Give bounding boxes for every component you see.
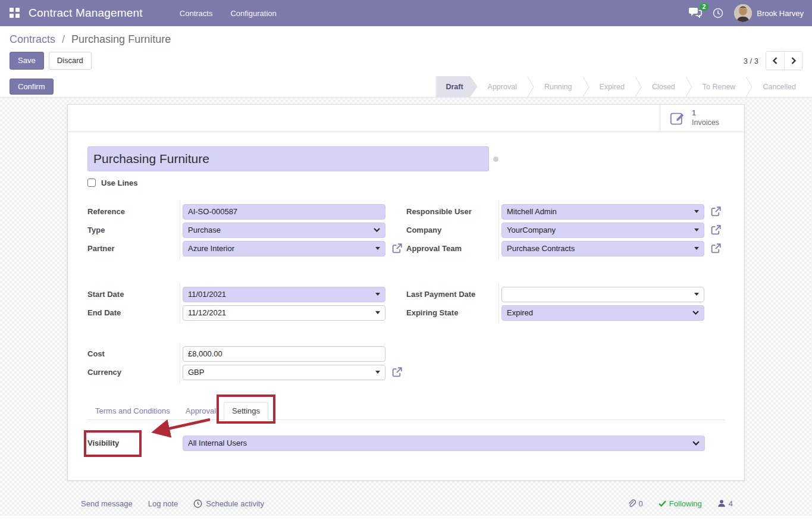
notebook-tabs: Terms and Conditions Approval Settings <box>87 402 725 420</box>
followers-count: 4 <box>729 499 733 508</box>
reference-input[interactable] <box>183 204 385 220</box>
state-to-renew[interactable]: To Renew <box>692 76 746 97</box>
pager-count: 3 / 3 <box>744 57 758 65</box>
log-note-button[interactable]: Log note <box>148 499 178 508</box>
user-avatar <box>734 4 752 22</box>
apps-menu-icon[interactable] <box>10 8 20 18</box>
expiring-state-label: Expiring State <box>406 308 499 317</box>
save-button[interactable]: Save <box>10 52 44 70</box>
start-date-input[interactable]: 11/01/2021 <box>183 287 385 302</box>
tab-approval[interactable]: Approval <box>178 403 224 419</box>
state-separator <box>635 76 642 97</box>
chevron-down-icon <box>374 228 380 232</box>
state-running[interactable]: Running <box>534 76 582 97</box>
pager-next-button[interactable] <box>784 52 802 70</box>
caret-down-icon <box>694 293 699 296</box>
approval-team-label: Approval Team <box>406 244 499 253</box>
visibility-label: Visibility <box>87 439 119 447</box>
end-date-label: End Date <box>87 308 180 317</box>
tab-settings[interactable]: Settings <box>224 402 268 420</box>
state-separator <box>685 76 692 97</box>
end-date-input[interactable]: 11/12/2021 <box>183 305 385 321</box>
approval-team-dropdown[interactable]: Purchase Contracts <box>501 241 704 256</box>
pager <box>766 51 802 70</box>
expiring-state-select[interactable]: Expired <box>501 305 704 321</box>
partner-dropdown[interactable]: Azure Interior <box>183 241 385 256</box>
check-icon <box>659 500 666 507</box>
pager-previous-button[interactable] <box>766 52 784 70</box>
statusbar: Draft Approval Running Expired Closed To… <box>435 76 812 97</box>
control-panel: Contracts / Purchasing Furniture Save Di… <box>0 26 812 76</box>
breadcrumb-current: Purchasing Furniture <box>71 33 171 45</box>
cost-input[interactable] <box>183 346 385 362</box>
state-cancelled[interactable]: Cancelled <box>753 76 806 97</box>
attachments-button[interactable]: 0 <box>627 499 643 508</box>
followers-button[interactable]: 4 <box>717 499 733 508</box>
attachments-count: 0 <box>639 499 643 508</box>
message-count-badge: 2 <box>700 3 709 11</box>
currency-external-link-icon[interactable] <box>392 367 402 377</box>
invoices-count: 1 <box>692 109 719 118</box>
approval-team-external-link-icon[interactable] <box>711 243 721 253</box>
currency-dropdown[interactable]: GBP <box>183 365 385 380</box>
responsible-user-external-link-icon[interactable] <box>711 206 721 217</box>
person-icon <box>717 499 726 508</box>
caret-down-icon <box>375 311 380 314</box>
paperclip-icon <box>627 499 636 508</box>
partner-label: Partner <box>87 244 180 253</box>
caret-down-icon <box>375 247 380 250</box>
state-separator <box>527 76 534 97</box>
send-message-button[interactable]: Send message <box>81 499 133 508</box>
app-title: Contract Management <box>29 7 143 20</box>
breadcrumb: Contracts / Purchasing Furniture <box>10 33 802 46</box>
tab-terms-and-conditions[interactable]: Terms and Conditions <box>87 403 178 419</box>
use-lines-label: Use Lines <box>101 179 137 187</box>
visibility-select[interactable]: All Internal Users <box>183 436 705 451</box>
breadcrumb-contracts-link[interactable]: Contracts <box>10 33 55 45</box>
invoices-stat-button[interactable]: 1 Invoices <box>660 105 744 132</box>
menu-contracts[interactable]: Contracts <box>174 5 219 21</box>
menu-configuration[interactable]: Configuration <box>224 5 282 21</box>
company-dropdown[interactable]: YourCompany <box>501 223 704 238</box>
breadcrumb-separator: / <box>62 33 65 45</box>
invoices-label: Invoices <box>692 118 719 128</box>
caret-down-icon <box>694 210 699 213</box>
state-expired[interactable]: Expired <box>590 76 635 97</box>
chevron-right-icon <box>791 57 797 64</box>
content-area: 1 Invoices Use Lines Reference <box>0 98 812 516</box>
caret-down-icon <box>375 293 380 296</box>
state-draft[interactable]: Draft <box>436 76 477 97</box>
state-closed[interactable]: Closed <box>642 76 685 97</box>
user-name: Brook Harvey <box>757 9 804 18</box>
partner-external-link-icon[interactable] <box>392 243 402 253</box>
schedule-activity-button[interactable]: Schedule activity <box>193 499 264 508</box>
responsible-user-dropdown[interactable]: Mitchell Admin <box>501 204 704 220</box>
last-payment-date-label: Last Payment Date <box>406 290 499 299</box>
company-external-link-icon[interactable] <box>711 225 721 235</box>
main-menu: Contracts Configuration <box>174 5 283 21</box>
state-separator <box>582 76 590 97</box>
statusbar-row: Confirm Draft Approval Running Expired C… <box>0 76 812 98</box>
contract-title-input[interactable] <box>87 146 489 171</box>
user-menu[interactable]: Brook Harvey <box>734 4 804 22</box>
type-label: Type <box>87 226 180 234</box>
following-button[interactable]: Following <box>659 499 702 508</box>
chevron-down-icon <box>692 311 699 315</box>
discard-button[interactable]: Discard <box>49 52 92 70</box>
currency-label: Currency <box>87 368 180 377</box>
state-approval[interactable]: Approval <box>478 76 527 97</box>
messages-icon[interactable]: 2 <box>689 7 702 20</box>
use-lines-checkbox[interactable] <box>87 179 96 187</box>
top-navbar: Contract Management Contracts Configurat… <box>0 0 812 26</box>
caret-down-icon <box>694 228 699 231</box>
button-box: 1 Invoices <box>68 105 744 132</box>
chatter-bar: Send message Log note Schedule activity … <box>67 499 745 508</box>
title-indicator-dot <box>493 156 499 162</box>
last-payment-date-input[interactable] <box>501 287 704 302</box>
confirm-button[interactable]: Confirm <box>10 79 54 95</box>
pencil-square-icon <box>669 110 685 126</box>
cost-label: Cost <box>87 349 180 358</box>
type-select[interactable]: Purchase <box>183 223 385 238</box>
activities-clock-icon[interactable] <box>713 8 723 18</box>
reference-label: Reference <box>87 207 180 216</box>
